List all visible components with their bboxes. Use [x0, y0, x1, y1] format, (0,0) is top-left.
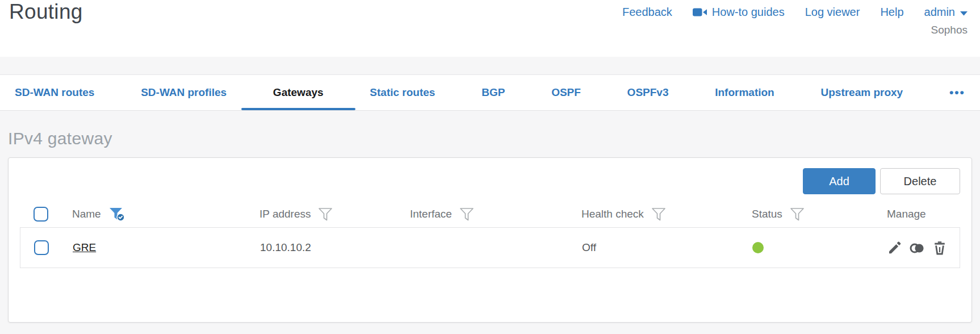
table-row: GRE 10.10.10.2 Off — [20, 228, 960, 268]
tab-ospf[interactable]: OSPF — [546, 75, 587, 110]
feedback-link[interactable]: Feedback — [622, 6, 672, 19]
cell-manage — [878, 240, 960, 255]
help-link[interactable]: Help — [880, 6, 903, 19]
log-viewer-link[interactable]: Log viewer — [805, 6, 860, 19]
column-header-health-check: Health check — [572, 207, 743, 222]
add-button[interactable]: Add — [803, 168, 876, 194]
user-name: admin — [924, 6, 955, 19]
page-title: Routing — [9, 0, 83, 24]
column-label-interface: Interface — [410, 208, 452, 220]
tab-bgp[interactable]: BGP — [476, 75, 510, 110]
cell-ip-address: 10.10.10.2 — [251, 241, 401, 254]
header-select-cell — [20, 207, 63, 222]
filter-active-icon[interactable] — [108, 207, 125, 222]
table-body: GRE 10.10.10.2 Off — [20, 227, 960, 268]
top-header: Routing Feedback How-to guides Log viewe… — [0, 0, 980, 57]
howto-guides-label: How-to guides — [712, 6, 785, 19]
table-actions: Add Delete — [20, 168, 960, 194]
cell-health-check: Off — [573, 241, 743, 254]
tab-sdwan-routes[interactable]: SD-WAN routes — [9, 75, 100, 110]
table-header-row: Name IP address Interfac — [20, 201, 960, 227]
gateway-name-link[interactable]: GRE — [73, 241, 96, 253]
tab-static-routes[interactable]: Static routes — [364, 75, 441, 110]
column-label-ip-address: IP address — [259, 208, 311, 220]
help-label: Help — [880, 6, 903, 19]
log-viewer-label: Log viewer — [805, 6, 860, 19]
cell-name: GRE — [64, 241, 251, 254]
filter-icon[interactable] — [318, 207, 333, 222]
column-label-status: Status — [752, 208, 782, 220]
row-select-cell — [20, 240, 64, 255]
user-menu[interactable]: admin — [924, 6, 968, 19]
column-header-interface: Interface — [401, 207, 572, 222]
tab-sdwan-profiles[interactable]: SD-WAN profiles — [135, 75, 232, 110]
clone-icon[interactable] — [910, 240, 925, 255]
row-checkbox[interactable] — [34, 240, 49, 255]
brand-label: Sophos — [931, 24, 968, 36]
column-header-status: Status — [743, 207, 878, 222]
tab-upstream-proxy[interactable]: Upstream proxy — [815, 75, 908, 110]
filter-icon[interactable] — [790, 207, 805, 222]
tab-information[interactable]: Information — [709, 75, 780, 110]
howto-guides-link[interactable]: How-to guides — [693, 6, 785, 19]
column-label-manage: Manage — [887, 208, 926, 220]
filter-icon[interactable] — [459, 207, 475, 222]
filter-icon[interactable] — [651, 207, 667, 222]
edit-pencil-icon[interactable] — [887, 240, 902, 255]
feedback-label: Feedback — [622, 6, 672, 19]
video-camera-icon — [693, 7, 707, 17]
utility-nav: Feedback How-to guides Log viewer Help a… — [622, 6, 968, 19]
column-label-name: Name — [72, 208, 101, 220]
tab-bar: SD-WAN routes SD-WAN profiles Gateways S… — [0, 74, 980, 111]
column-header-name: Name — [63, 207, 250, 222]
gateway-card: Add Delete Name IP address — [8, 157, 972, 323]
column-header-manage: Manage — [878, 208, 960, 220]
select-all-checkbox[interactable] — [33, 207, 48, 222]
delete-button[interactable]: Delete — [880, 168, 960, 194]
column-header-ip-address: IP address — [250, 207, 401, 222]
tab-ospfv3[interactable]: OSPFv3 — [622, 75, 675, 110]
status-up-indicator — [752, 242, 764, 253]
main-content: IPv4 gateway Add Delete Name — [0, 129, 980, 323]
chevron-down-icon — [960, 6, 968, 19]
section-title: IPv4 gateway — [8, 129, 972, 148]
tab-more-ellipsis[interactable]: ••• — [944, 75, 971, 110]
tab-gateways[interactable]: Gateways — [267, 75, 329, 110]
cell-status — [743, 242, 878, 253]
column-label-health-check: Health check — [581, 208, 644, 220]
delete-trash-icon[interactable] — [932, 240, 947, 255]
